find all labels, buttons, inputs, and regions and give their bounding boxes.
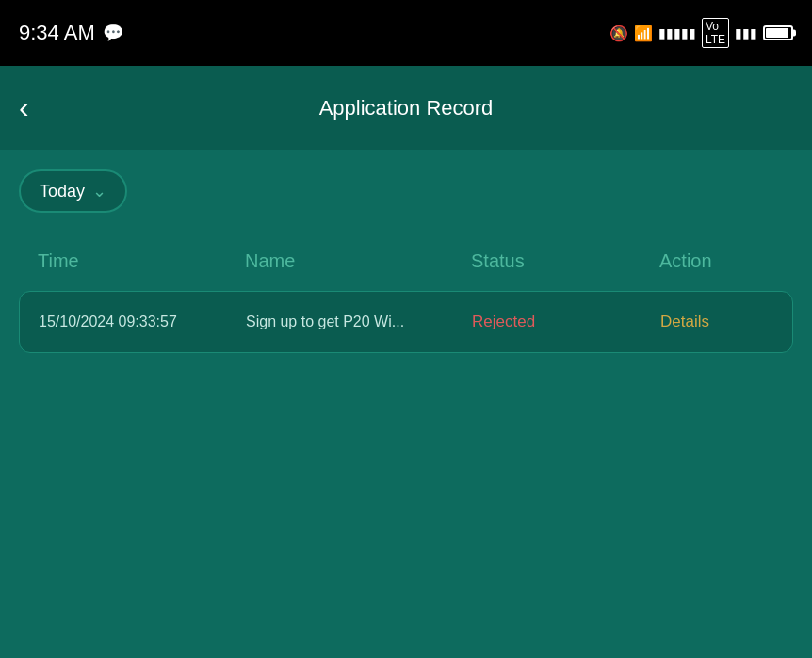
status-bar-left: 9:34 AM 💬 <box>19 21 123 45</box>
date-filter-button[interactable]: Today ⌄ <box>19 169 127 213</box>
app-title: Application Record <box>319 96 494 120</box>
date-filter-label: Today <box>40 182 85 201</box>
cell-name: Sign up to get P20 Wi... <box>246 313 472 330</box>
table-row: 15/10/2024 09:33:57 Sign up to get P20 W… <box>19 291 793 353</box>
chat-icon: 💬 <box>103 23 123 43</box>
header-name: Name <box>245 250 471 272</box>
chevron-down-icon: ⌄ <box>92 181 106 201</box>
back-chevron-icon: ‹ <box>19 90 29 125</box>
header-action: Action <box>659 250 810 272</box>
back-button[interactable]: ‹ <box>19 90 29 125</box>
volte-icon: VoLTE <box>702 18 729 48</box>
header-status: Status <box>471 250 659 272</box>
table-header: Time Name Status Action <box>19 241 793 281</box>
battery-icon <box>763 25 793 40</box>
cell-time: 15/10/2024 09:33:57 <box>39 313 246 330</box>
signal-icon-2: ▮▮▮ <box>735 25 757 40</box>
signal-icon: ▮▮▮▮▮ <box>658 25 696 40</box>
main-content: Today ⌄ Time Name Status Action 15/10/20… <box>0 151 812 372</box>
header-time: Time <box>38 250 245 272</box>
details-button[interactable]: Details <box>660 313 811 331</box>
wifi-icon: 📶 <box>634 24 653 42</box>
status-bar: 9:34 AM 💬 🔕 📶 ▮▮▮▮▮ VoLTE ▮▮▮ <box>0 0 812 66</box>
bell-mute-icon: 🔕 <box>609 24 628 42</box>
cell-status: Rejected <box>472 313 660 331</box>
status-time: 9:34 AM <box>19 21 95 45</box>
app-bar: ‹ Application Record <box>0 66 812 151</box>
status-bar-right: 🔕 📶 ▮▮▮▮▮ VoLTE ▮▮▮ <box>609 18 793 48</box>
